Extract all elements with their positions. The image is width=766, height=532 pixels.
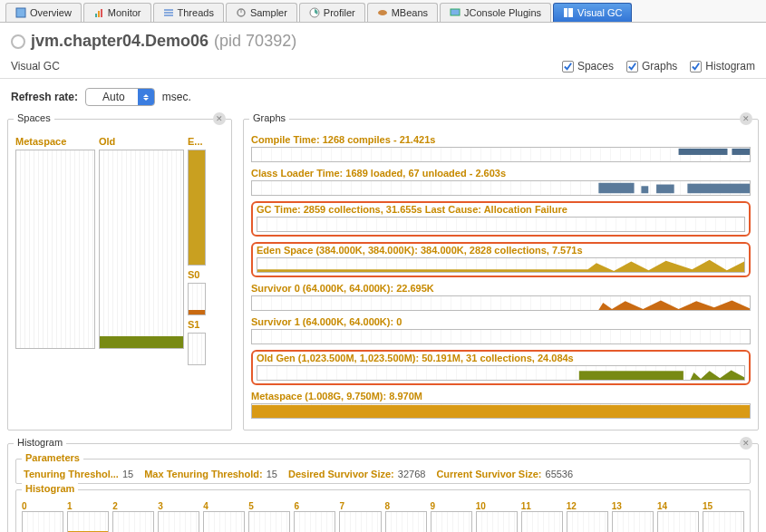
space-label-s0: S0 bbox=[188, 269, 206, 280]
histogram-bin: 12 bbox=[567, 501, 608, 532]
param-value: 32768 bbox=[398, 469, 426, 479]
spaces-panel: Spaces ✕ Metaspace Old E... S0 S1 bbox=[7, 119, 232, 430]
checkbox-histogram[interactable]: Histogram bbox=[690, 60, 755, 73]
histogram-bin: 7 bbox=[339, 501, 381, 532]
histogram-bin-box bbox=[22, 511, 63, 532]
graph-label: GC Time: 2859 collections, 31.655s Last … bbox=[257, 204, 745, 215]
histogram-bin-box bbox=[203, 511, 245, 532]
graph-row: GC Time: 2859 collections, 31.655s Last … bbox=[251, 201, 751, 237]
svg-rect-18 bbox=[656, 185, 674, 194]
histogram-bin-box bbox=[476, 511, 518, 532]
histogram-bin-label: 4 bbox=[203, 501, 245, 511]
histogram-bin-label: 3 bbox=[158, 501, 199, 511]
graph-label: Old Gen (1,023.500M, 1,023.500M): 50.191… bbox=[257, 353, 745, 363]
space-box-old bbox=[99, 150, 184, 349]
refresh-select[interactable]: Auto bbox=[85, 88, 155, 106]
refresh-unit: msec. bbox=[162, 91, 191, 103]
histogram-bin-box bbox=[339, 511, 381, 532]
histogram-bin-box bbox=[385, 511, 427, 532]
histogram-bin: 2 bbox=[112, 501, 154, 532]
graphs-title: Graphs bbox=[249, 112, 289, 123]
graph-label: Eden Space (384.000K, 384.000K): 384.000… bbox=[257, 245, 745, 256]
histogram-chart-title: Histogram bbox=[22, 483, 78, 494]
checkbox-spaces[interactable]: Spaces bbox=[562, 60, 614, 73]
svg-rect-5 bbox=[164, 12, 173, 14]
close-icon[interactable]: ✕ bbox=[213, 112, 226, 125]
checkbox-graphs[interactable]: Graphs bbox=[626, 60, 677, 73]
space-box-s0 bbox=[188, 283, 206, 315]
close-icon[interactable] bbox=[11, 34, 25, 49]
histogram-bin-box bbox=[112, 511, 154, 532]
refresh-label: Refresh rate: bbox=[11, 91, 78, 103]
refresh-row: Refresh rate: Auto msec. bbox=[0, 79, 766, 119]
tab-profiler[interactable]: Profiler bbox=[299, 3, 365, 22]
graph-label: Survivor 0 (64.000K, 64.000K): 22.695K bbox=[251, 283, 751, 294]
close-icon[interactable]: ✕ bbox=[740, 437, 752, 450]
histogram-bin-label: 10 bbox=[476, 501, 518, 511]
histogram-bin-label: 0 bbox=[22, 501, 63, 511]
graph-row: Survivor 0 (64.000K, 64.000K): 22.695K bbox=[251, 283, 751, 311]
svg-rect-2 bbox=[98, 11, 100, 17]
svg-rect-20 bbox=[579, 371, 684, 380]
histogram-bin-label: 1 bbox=[67, 501, 109, 511]
graph-row: Old Gen (1,023.500M, 1,023.500M): 50.191… bbox=[251, 350, 751, 385]
tab-overview[interactable]: Overview bbox=[5, 3, 82, 22]
histogram-bin: 14 bbox=[657, 501, 699, 532]
histogram-bin: 11 bbox=[521, 501, 563, 532]
svg-rect-16 bbox=[598, 183, 634, 193]
process-header: jvm.chapter04.Demo06 (pid 70392) bbox=[0, 23, 766, 54]
close-icon[interactable]: ✕ bbox=[740, 112, 752, 125]
svg-rect-17 bbox=[641, 186, 648, 193]
graph-bar bbox=[251, 403, 751, 419]
histogram-bin-label: 2 bbox=[112, 501, 154, 511]
space-label-eden: E... bbox=[188, 136, 206, 147]
parameters-title: Parameters bbox=[22, 452, 83, 463]
histogram-chart-panel: Histogram 0123456789101112131415 bbox=[15, 489, 751, 532]
spaces-title: Spaces bbox=[14, 112, 54, 123]
histogram-bin: 15 bbox=[703, 501, 744, 532]
histogram-bin-box bbox=[521, 511, 563, 532]
histogram-bin-label: 8 bbox=[385, 501, 427, 511]
graph-label: Class Loader Time: 1689 loaded, 67 unloa… bbox=[251, 168, 751, 179]
graph-row: Class Loader Time: 1689 loaded, 67 unloa… bbox=[251, 168, 751, 196]
histogram-bin-label: 11 bbox=[521, 501, 563, 511]
tab-mbeans[interactable]: MBeans bbox=[367, 3, 438, 22]
svg-point-10 bbox=[378, 10, 387, 15]
histogram-bin-label: 15 bbox=[703, 501, 744, 511]
histogram-bin-box bbox=[431, 511, 472, 532]
space-label-s1: S1 bbox=[188, 319, 206, 330]
graph-bar bbox=[251, 295, 751, 311]
graph-row: Compile Time: 1268 compiles - 21.421s bbox=[251, 134, 751, 162]
tab-visual-gc[interactable]: Visual GC bbox=[553, 3, 632, 22]
histogram-bin-box bbox=[294, 511, 335, 532]
histogram-bin-box bbox=[67, 511, 109, 532]
space-label-metaspace: Metaspace bbox=[15, 136, 95, 147]
histogram-bin-box bbox=[567, 511, 608, 532]
histogram-bin: 6 bbox=[294, 501, 335, 532]
histogram-bin-label: 14 bbox=[657, 501, 699, 511]
svg-rect-11 bbox=[451, 9, 460, 15]
tab-monitor[interactable]: Monitor bbox=[83, 3, 151, 22]
param-value: 15 bbox=[122, 469, 133, 479]
histogram-bin-label: 6 bbox=[294, 501, 335, 511]
tab-threads[interactable]: Threads bbox=[153, 3, 224, 22]
param-key: Tenuring Threshol... bbox=[24, 469, 119, 479]
svg-rect-4 bbox=[164, 9, 173, 11]
space-box-eden bbox=[188, 150, 206, 266]
tab-sampler[interactable]: Sampler bbox=[226, 3, 297, 22]
histogram-bin: 10 bbox=[476, 501, 518, 532]
histogram-bin: 0 bbox=[22, 501, 63, 532]
svg-rect-3 bbox=[101, 9, 102, 17]
histogram-bin-label: 9 bbox=[431, 501, 472, 511]
graph-bar bbox=[257, 217, 745, 232]
svg-rect-12 bbox=[564, 8, 567, 17]
histogram-bin-box bbox=[612, 511, 654, 532]
graph-bar bbox=[251, 329, 751, 344]
graph-bar bbox=[251, 180, 751, 196]
svg-rect-13 bbox=[568, 8, 573, 17]
tab-jconsole[interactable]: JConsole Plugins bbox=[440, 3, 551, 22]
param-key: Desired Survivor Size: bbox=[288, 469, 394, 479]
histogram-bin: 1 bbox=[67, 501, 109, 532]
histogram-bin: 5 bbox=[248, 501, 290, 532]
histogram-panel: Histogram ✕ Parameters Tenuring Threshol… bbox=[7, 443, 759, 532]
